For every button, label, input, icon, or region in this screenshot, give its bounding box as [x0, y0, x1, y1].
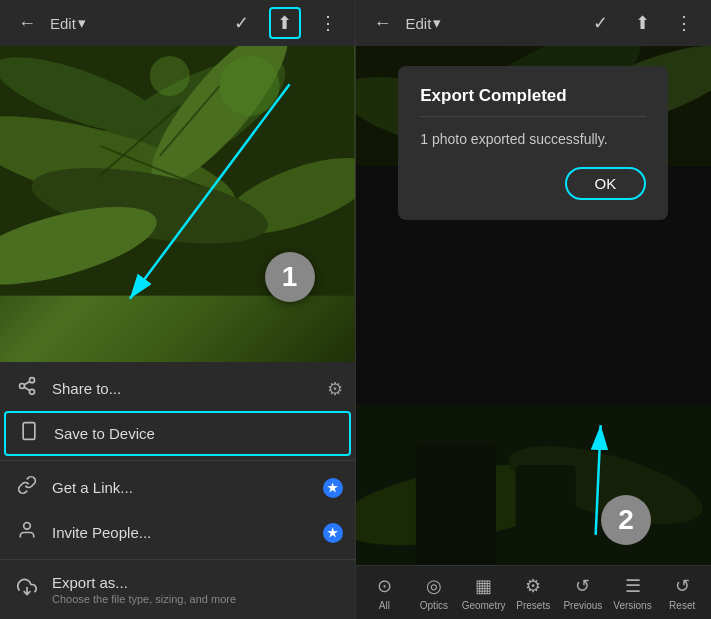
get-a-link-menu-item[interactable]: Get a Link... ★: [0, 465, 355, 510]
back-button-right[interactable]: ←: [368, 8, 398, 38]
toolbar-all[interactable]: ⊙ All: [362, 575, 406, 611]
ok-button[interactable]: OK: [565, 167, 647, 200]
right-action-icons: ✓ ⬆ ⋮: [227, 7, 343, 39]
share-to-menu-item[interactable]: Share to... ⚙: [0, 366, 355, 411]
save-to-device-menu-item[interactable]: Save to Device: [4, 411, 351, 456]
svg-line-19: [24, 381, 30, 384]
previous-icon: ↺: [575, 575, 590, 597]
toolbar-previous[interactable]: ↺ Previous: [561, 575, 605, 611]
toolbar-optics[interactable]: ◎ Optics: [412, 575, 456, 611]
edit-menu-left[interactable]: Edit ▾: [50, 14, 86, 32]
export-as-sub: Choose the file type, sizing, and more: [52, 593, 236, 605]
modal-title: Export Completed: [420, 86, 646, 106]
left-top-bar: ← Edit ▾ ✓ ⬆ ⋮: [0, 0, 355, 46]
menu-divider-2: [0, 559, 355, 560]
svg-point-12: [150, 56, 190, 96]
share-icon-right[interactable]: ⬆: [627, 8, 657, 38]
svg-point-22: [24, 523, 31, 530]
toolbar-presets[interactable]: ⚙ Presets: [511, 575, 555, 611]
export-as-menu-item[interactable]: Export as... Choose the file type, sizin…: [0, 564, 355, 615]
modal-message: 1 photo exported successfully.: [420, 131, 646, 147]
svg-line-34: [595, 425, 600, 535]
right-action-icons-right: ✓ ⬆ ⋮: [585, 8, 699, 38]
link-icon: [16, 475, 38, 500]
edit-menu-right[interactable]: Edit ▾: [406, 14, 442, 32]
geometry-label: Geometry: [462, 600, 506, 611]
right-top-bar: ← Edit ▾ ✓ ⬆ ⋮: [356, 0, 712, 46]
more-icon-left[interactable]: ⋮: [313, 8, 343, 38]
left-nav-icons: ← Edit ▾: [12, 8, 86, 38]
left-photo-area: 1: [0, 46, 355, 362]
share-to-label: Share to...: [52, 380, 121, 397]
right-photo-area: Export Completed 1 photo exported succes…: [356, 46, 712, 565]
reset-label: Reset: [669, 600, 695, 611]
arrow-svg-right: [356, 405, 712, 565]
right-photo-bg-bottom: 2: [356, 405, 712, 565]
invite-people-label: Invite People...: [52, 524, 151, 541]
toolbar-geometry[interactable]: ▦ Geometry: [462, 575, 506, 611]
all-icon: ⊙: [377, 575, 392, 597]
versions-label: Versions: [613, 600, 651, 611]
bottom-toolbar: ⊙ All ◎ Optics ▦ Geometry ⚙ Presets ↺ Pr…: [356, 565, 712, 619]
previous-label: Previous: [563, 600, 602, 611]
left-menu-area: Share to... ⚙ Save to Device Get a L: [0, 362, 355, 619]
settings-gear-icon: ⚙: [327, 378, 343, 400]
device-icon: [18, 421, 40, 446]
more-icon-right[interactable]: ⋮: [669, 8, 699, 38]
svg-line-18: [24, 387, 30, 390]
versions-icon: ☰: [625, 575, 641, 597]
modal-divider: [420, 116, 646, 117]
menu-divider-1: [0, 460, 355, 461]
check-icon-right[interactable]: ✓: [585, 8, 615, 38]
check-icon-left[interactable]: ✓: [227, 8, 257, 38]
edit-label-right: Edit: [406, 15, 432, 32]
step-circle-1: 1: [265, 252, 315, 302]
photo-background-left: [0, 46, 355, 362]
export-as-label: Export as...: [52, 574, 236, 591]
share-to-icon: [16, 376, 38, 401]
svg-point-15: [30, 378, 35, 383]
ok-button-container: OK: [420, 167, 646, 200]
step-circle-2: 2: [601, 495, 651, 545]
invite-people-menu-item[interactable]: Invite People... ★: [0, 510, 355, 555]
presets-icon: ⚙: [525, 575, 541, 597]
export-icon: [16, 577, 38, 602]
all-label: All: [379, 600, 390, 611]
optics-icon: ◎: [426, 575, 442, 597]
get-link-label: Get a Link...: [52, 479, 133, 496]
toolbar-reset[interactable]: ↺ Reset: [660, 575, 704, 611]
edit-dropdown-right: ▾: [433, 14, 441, 32]
left-panel: ← Edit ▾ ✓ ⬆ ⋮: [0, 0, 355, 619]
right-nav-icons: ← Edit ▾: [368, 8, 442, 38]
svg-point-17: [30, 389, 35, 394]
optics-label: Optics: [420, 600, 448, 611]
edit-label-left: Edit: [50, 15, 76, 32]
back-button-left[interactable]: ←: [12, 8, 42, 38]
export-completed-modal: Export Completed 1 photo exported succes…: [398, 66, 668, 220]
export-as-text: Export as... Choose the file type, sizin…: [52, 574, 236, 605]
reset-icon: ↺: [675, 575, 690, 597]
save-to-device-label: Save to Device: [54, 425, 155, 442]
share-button-left[interactable]: ⬆: [269, 7, 301, 39]
right-panel: ← Edit ▾ ✓ ⬆ ⋮ Export Completed: [356, 0, 712, 619]
toolbar-versions[interactable]: ☰ Versions: [611, 575, 655, 611]
geometry-icon: ▦: [475, 575, 492, 597]
svg-point-16: [20, 384, 25, 389]
svg-point-11: [220, 56, 280, 116]
people-icon: [16, 520, 38, 545]
invite-people-badge: ★: [323, 523, 343, 543]
get-link-badge: ★: [323, 478, 343, 498]
edit-dropdown-left: ▾: [78, 14, 86, 32]
presets-label: Presets: [516, 600, 550, 611]
